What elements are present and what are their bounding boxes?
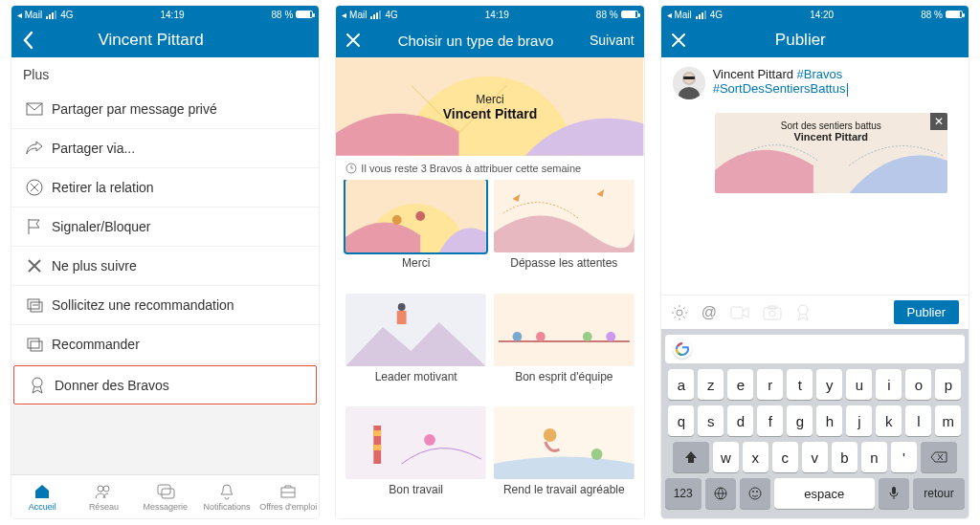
svg-rect-4 xyxy=(28,339,39,348)
key-d[interactable]: d xyxy=(727,405,753,436)
tab-bell[interactable]: Notifications xyxy=(196,475,257,518)
suggestion-bar[interactable] xyxy=(665,335,965,363)
close-icon[interactable] xyxy=(671,33,696,48)
header: Vincent Pittard xyxy=(11,23,319,57)
key-p[interactable]: p xyxy=(935,369,961,400)
settings-gear-icon[interactable] xyxy=(671,304,688,321)
menu-item-quote-give[interactable]: Recommander xyxy=(11,325,319,364)
space-key[interactable]: espace xyxy=(774,478,875,509)
back-to-app[interactable]: ◂ Mail xyxy=(17,10,42,20)
text-cursor xyxy=(847,83,848,97)
shift-key[interactable] xyxy=(673,442,709,472)
key-b[interactable]: b xyxy=(832,442,858,472)
key-h[interactable]: h xyxy=(816,405,842,436)
menu-item-remove-x-circle[interactable]: Retirer la relation xyxy=(11,168,319,208)
svg-point-42 xyxy=(677,310,682,316)
bravo-thumbnail xyxy=(494,294,635,366)
back-to-app[interactable]: ◂ Mail xyxy=(342,10,367,20)
return-key[interactable]: retour xyxy=(913,478,965,509)
screen-profile-menu: ◂ Mail 4G 14:19 88 % Vincent Pittard Plu… xyxy=(11,6,319,518)
publish-button[interactable]: Publier xyxy=(894,300,959,324)
svg-point-6 xyxy=(33,378,42,387)
bravo-card[interactable]: Bon esprit d'équipe xyxy=(494,294,635,400)
svg-rect-23 xyxy=(494,294,635,366)
key-w[interactable]: w xyxy=(713,442,739,472)
video-icon[interactable] xyxy=(730,306,749,319)
key-z[interactable]: z xyxy=(698,369,724,400)
avatar xyxy=(673,67,705,99)
home-icon xyxy=(33,482,52,501)
camera-icon[interactable] xyxy=(763,305,782,320)
svg-point-32 xyxy=(424,434,435,446)
backspace-key[interactable] xyxy=(921,442,957,472)
globe-key[interactable] xyxy=(705,478,736,509)
menu-item-label: Signaler/Bloquer xyxy=(52,219,151,234)
empty-area xyxy=(11,405,319,474)
menu-item-quote-request[interactable]: Sollicitez une recommandation xyxy=(11,286,319,325)
menu-item-ribbon[interactable]: Donner des Bravos xyxy=(13,365,317,405)
numbers-key[interactable]: 123 xyxy=(665,478,702,509)
screen-choose-bravo: ◂ Mail 4G 14:19 88 % Choisir un type de … xyxy=(336,6,643,518)
menu-item-mail[interactable]: Partager par message privé xyxy=(11,90,319,129)
tab-home[interactable]: Accueil xyxy=(11,475,73,518)
bravo-thumbnail xyxy=(494,406,635,479)
compose-text[interactable]: Vincent Pittard #Bravos #SortDesSentiers… xyxy=(713,67,849,99)
key-x[interactable]: x xyxy=(743,442,768,472)
key-c[interactable]: c xyxy=(772,442,798,472)
tab-people[interactable]: Réseau xyxy=(73,475,134,518)
key-u[interactable]: u xyxy=(846,369,872,400)
bravo-card[interactable]: Bon travail xyxy=(345,406,486,513)
bravo-card[interactable]: Rend le travail agréable xyxy=(494,406,635,513)
svg-rect-30 xyxy=(374,430,382,436)
key-s[interactable]: s xyxy=(698,405,724,436)
network-label: 4G xyxy=(710,10,723,20)
key-n[interactable]: n xyxy=(861,442,887,472)
mic-key[interactable] xyxy=(879,478,909,509)
key-'[interactable]: ' xyxy=(891,442,917,472)
key-f[interactable]: f xyxy=(757,405,783,436)
tab-briefcase[interactable]: Offres d'emploi xyxy=(257,475,319,518)
bravo-preview-card[interactable]: Sort des sentiers battus Vincent Pittard… xyxy=(715,113,947,193)
mention-at-icon[interactable]: @ xyxy=(702,304,717,321)
key-t[interactable]: t xyxy=(787,369,813,400)
preview-name: Vincent Pittard xyxy=(715,131,947,142)
key-q[interactable]: q xyxy=(668,405,694,436)
tab-label: Réseau xyxy=(89,502,119,512)
back-chevron-icon[interactable] xyxy=(21,31,46,50)
key-j[interactable]: j xyxy=(846,405,872,436)
key-l[interactable]: l xyxy=(905,405,931,436)
bravo-card[interactable]: Merci xyxy=(345,180,486,286)
header-title: Publier xyxy=(696,31,905,50)
remove-preview-icon[interactable]: ✕ xyxy=(930,113,947,130)
bravo-card[interactable]: Dépasse les attentes xyxy=(494,180,635,286)
key-y[interactable]: y xyxy=(816,369,842,400)
tab-chat[interactable]: Messagerie xyxy=(135,475,196,518)
key-v[interactable]: v xyxy=(802,442,828,472)
back-to-app[interactable]: ◂ Mail xyxy=(667,10,692,20)
svg-point-8 xyxy=(103,486,109,492)
key-r[interactable]: r xyxy=(757,369,783,400)
ribbon-icon[interactable] xyxy=(795,304,811,321)
battery-icon xyxy=(296,11,313,18)
key-e[interactable]: e xyxy=(727,369,753,400)
google-icon[interactable] xyxy=(673,339,692,359)
key-o[interactable]: o xyxy=(905,369,931,400)
bravo-card[interactable]: Leader motivant xyxy=(345,294,486,400)
x-icon xyxy=(25,256,52,275)
svg-point-24 xyxy=(513,332,523,341)
header: Publier xyxy=(661,23,969,57)
svg-point-27 xyxy=(606,332,615,341)
key-m[interactable]: m xyxy=(935,405,961,436)
svg-rect-5 xyxy=(31,341,42,351)
key-i[interactable]: i xyxy=(876,369,902,400)
close-icon[interactable] xyxy=(345,33,370,48)
menu-item-flag[interactable]: Signaler/Bloquer xyxy=(11,208,319,247)
menu-item-x[interactable]: Ne plus suivre xyxy=(11,247,319,286)
next-button[interactable]: Suivant xyxy=(581,33,635,48)
emoji-key[interactable] xyxy=(740,478,770,509)
signal-icon xyxy=(46,11,56,19)
key-k[interactable]: k xyxy=(876,405,902,436)
menu-item-share-arrow[interactable]: Partager via... xyxy=(11,129,319,168)
key-g[interactable]: g xyxy=(787,405,813,436)
key-a[interactable]: a xyxy=(668,369,694,400)
